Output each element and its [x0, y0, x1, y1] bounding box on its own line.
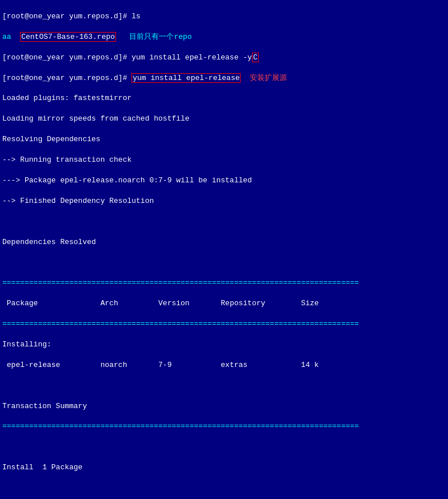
- installing-label: Installing:: [2, 340, 446, 350]
- col-version: Version: [158, 299, 221, 308]
- col-size: Size: [301, 299, 319, 308]
- divider-3: ========================================…: [2, 421, 446, 432]
- loading-mirror: Loading mirror speeds from cached hostfi…: [2, 114, 190, 123]
- divider-line-2: ========================================…: [2, 320, 359, 328]
- line-9: ---> Package epel-release.noarch 0:7-9 w…: [2, 175, 446, 186]
- terminal: [root@one_year yum.repos.d]# ls aa CentO…: [0, 0, 448, 499]
- line-blank2: [2, 442, 446, 452]
- line-8: --> Running transaction check: [2, 155, 446, 165]
- file-aa: aa: [2, 33, 11, 41]
- pkg-size: 14 k: [301, 361, 319, 369]
- line-3: [root@one_year yum.repos.d]# yum install…: [2, 53, 446, 63]
- pkg-name: epel-release: [2, 361, 101, 369]
- line-blank1: [2, 381, 446, 391]
- prompt-text: [root@one_year yum.repos.d]# ls: [2, 12, 141, 21]
- package-install: ---> Package epel-release.noarch 0:7-9 w…: [2, 176, 252, 185]
- line-2: aa CentOS7-Base-163.repo 目前只有一个repo: [2, 32, 446, 42]
- line-1: [root@one_year yum.repos.d]# ls: [2, 11, 446, 22]
- annotation-1: 目前只有一个repo: [129, 33, 191, 41]
- txn-summary: Transaction Summary: [2, 401, 446, 412]
- line-4: [root@one_year yum.repos.d]# yum install…: [2, 73, 446, 83]
- loaded-plugins: Loaded plugins: fastestmirror: [2, 94, 131, 102]
- table-header: Package Arch Version Repository Size: [2, 298, 446, 309]
- pkg-ver: 7-9: [158, 361, 221, 369]
- running-check: --> Running transaction check: [2, 155, 131, 164]
- col-repo: Repository: [221, 299, 301, 308]
- divider-line-1: ========================================…: [2, 278, 359, 287]
- install-count: Install 1 Package: [2, 462, 446, 473]
- prompt-cmd1: [root@one_year yum.repos.d]# yum install…: [2, 53, 252, 62]
- divider-1: ========================================…: [2, 278, 446, 288]
- line-7: Resolving Dependencies: [2, 134, 446, 145]
- ctrl-c-box: C: [252, 53, 259, 62]
- col-arch: Arch: [101, 299, 158, 308]
- line-blank3: [2, 483, 446, 493]
- pkg-arch: noarch: [101, 361, 158, 369]
- line-11: [2, 217, 446, 227]
- file-centos: CentOS7-Base-163.repo: [20, 32, 116, 42]
- line-6: Loading mirror speeds from cached hostfi…: [2, 114, 446, 124]
- line-5: Loaded plugins: fastestmirror: [2, 93, 446, 103]
- cmd-box: yum install epel-release: [131, 73, 241, 83]
- finished-dep: --> Finished Dependency Resolution: [2, 197, 154, 205]
- pkg-row: epel-release noarch 7-9 extras 14 k: [2, 360, 446, 370]
- txn-summary-text: Transaction Summary: [2, 402, 87, 410]
- line-13: [2, 257, 446, 268]
- divider-line-3: ========================================…: [2, 422, 359, 430]
- installing-text: Installing:: [2, 340, 51, 349]
- divider-2: ========================================…: [2, 319, 446, 329]
- line-12: Dependencies Resolved: [2, 237, 446, 247]
- deps-resolved: Dependencies Resolved: [2, 238, 96, 246]
- col-package: Package: [2, 299, 101, 308]
- line-10: --> Finished Dependency Resolution: [2, 196, 446, 206]
- pkg-repo: extras: [221, 361, 301, 369]
- prompt-text2: [root@one_year yum.repos.d]#: [2, 74, 131, 82]
- resolving: Resolving Dependencies: [2, 135, 101, 143]
- install-count-text: Install 1 Package: [2, 463, 82, 472]
- annotation-2: 安装扩展源: [250, 74, 287, 82]
